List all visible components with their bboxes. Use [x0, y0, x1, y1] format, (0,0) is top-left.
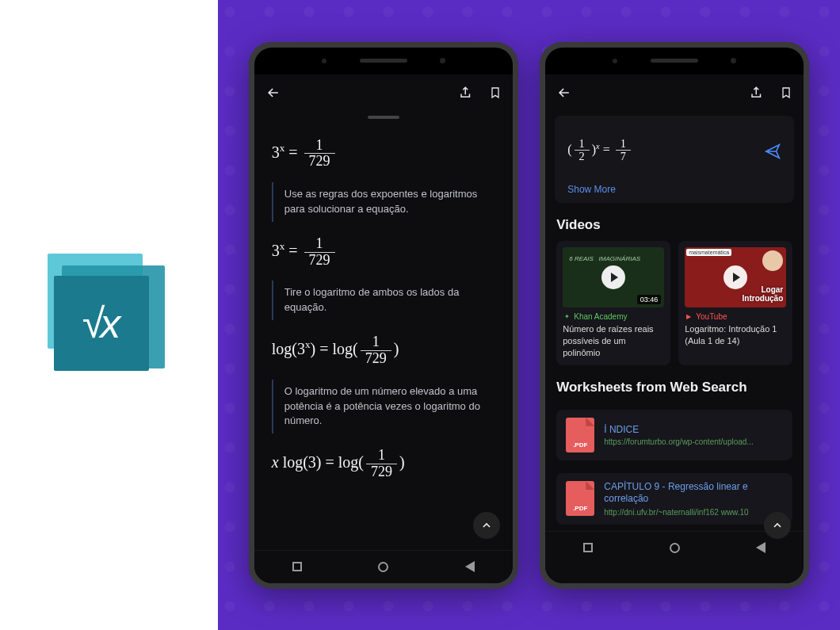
app-logo-symbol: √x [82, 300, 121, 347]
back-icon[interactable] [265, 85, 281, 101]
worksheet-card[interactable]: .PDF CAPÍTULO 9 - Regressão linear e cor… [556, 473, 792, 525]
app-logo: √x [40, 246, 178, 384]
videos-heading: Videos [556, 217, 792, 233]
bookmark-icon[interactable] [489, 86, 502, 100]
video-title: Logaritmo: Introdução 1 (Aula 1 de 14) [685, 323, 786, 347]
pdf-icon: .PDF [566, 481, 594, 516]
worksheet-card[interactable]: .PDF Í NDICE https://forumturbo.org/wp-c… [556, 410, 792, 460]
equation-original: 3x = 1729 [272, 138, 500, 170]
worksheet-title: CAPÍTULO 9 - Regressão linear e correlaç… [604, 481, 783, 506]
nav-back-icon[interactable] [756, 542, 766, 553]
nav-back-icon[interactable] [465, 561, 475, 572]
worksheet-title: Í NDICE [604, 424, 783, 435]
video-card[interactable]: maismatemática LogarIntrodução ▶YouTube … [678, 241, 792, 365]
video-thumbnail: 6 REAIS IMAGINÁRIAS 03:46 [563, 247, 664, 307]
drag-handle[interactable] [368, 116, 399, 119]
video-duration: 03:46 [637, 295, 662, 304]
worksheets-heading: Worksheets from Web Search [556, 380, 792, 395]
nav-home-icon[interactable] [378, 562, 388, 572]
video-card[interactable]: 6 REAIS IMAGINÁRIAS 03:46 ✦Khan Academy … [556, 241, 670, 365]
equation-step: log(3x) = log(1729) [272, 334, 500, 367]
video-source: ▶YouTube [685, 312, 786, 321]
scroll-up-button[interactable] [473, 512, 500, 539]
send-icon[interactable] [764, 143, 781, 160]
equation-step: x log(3) = log(1729) [272, 448, 500, 480]
share-icon[interactable] [459, 86, 473, 100]
equation-step: 3x = 1729 [272, 236, 500, 269]
play-icon [601, 265, 625, 289]
worksheet-url: http://dni.ufv.br/~naternalli/inf162 www… [604, 508, 783, 517]
show-more-link[interactable]: Show More [567, 184, 781, 195]
equation-input-card: (12)x = 17 Show More [555, 116, 794, 204]
nav-recents-icon[interactable] [292, 562, 302, 571]
video-title: Número de raízes reais possíveis de um p… [563, 323, 664, 359]
pdf-icon: .PDF [566, 418, 594, 452]
worksheet-url: https://forumturbo.org/wp-content/upload… [604, 437, 783, 446]
phone-mockup-resources: (12)x = 17 Show More Videos 6 RE [540, 42, 809, 589]
back-icon[interactable] [556, 85, 572, 101]
input-equation[interactable]: (12)x = 17 [567, 138, 633, 164]
step-hint: O logaritmo de um número elevado a uma p… [272, 380, 500, 434]
solution-steps: 3x = 1729 Use as regras dos expoentes e … [254, 127, 513, 550]
scroll-up-button[interactable] [764, 512, 791, 539]
step-hint: Tire o logaritmo de ambos os lados da eq… [272, 281, 500, 320]
nav-home-icon[interactable] [670, 543, 680, 553]
video-thumbnail: maismatemática LogarIntrodução [685, 247, 786, 307]
nav-recents-icon[interactable] [583, 543, 593, 552]
bookmark-icon[interactable] [780, 86, 792, 100]
share-icon[interactable] [750, 86, 764, 100]
video-source: ✦Khan Academy [563, 312, 664, 321]
step-hint: Use as regras dos expoentes e logaritmos… [272, 182, 500, 222]
phone-mockup-steps: 3x = 1729 Use as regras dos expoentes e … [249, 42, 518, 589]
